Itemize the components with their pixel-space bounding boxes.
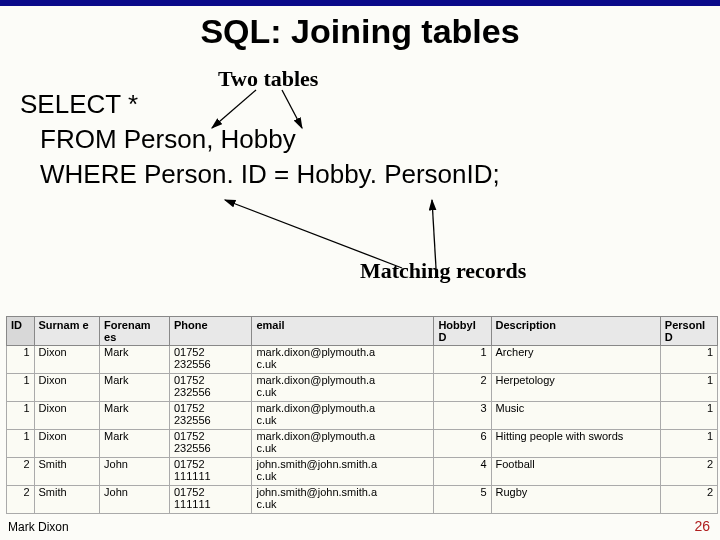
th-id: ID — [7, 317, 35, 346]
sql-line-1: SELECT * — [20, 87, 720, 122]
table-row: 1DixonMark01752232556mark.dixon@plymouth… — [7, 374, 718, 402]
cell-email: mark.dixon@plymouth.ac.uk — [252, 346, 434, 374]
cell-hobbyid: 4 — [434, 458, 491, 486]
result-table: ID Surnam e Forenam es Phone email Hobby… — [6, 316, 718, 514]
annotation-matching: Matching records — [360, 258, 526, 284]
th-forenames: Forenam es — [100, 317, 170, 346]
cell-phone: 01752232556 — [169, 402, 252, 430]
cell-personid: 1 — [660, 402, 717, 430]
th-surname: Surnam e — [34, 317, 100, 346]
th-phone: Phone — [169, 317, 252, 346]
cell-personid: 1 — [660, 374, 717, 402]
cell-forenames: Mark — [100, 430, 170, 458]
th-description: Description — [491, 317, 660, 346]
cell-phone: 01752111111 — [169, 486, 252, 514]
sql-line-2: FROM Person, Hobby — [40, 122, 720, 157]
cell-email: john.smith@john.smith.ac.uk — [252, 486, 434, 514]
cell-personid: 1 — [660, 430, 717, 458]
cell-forenames: John — [100, 458, 170, 486]
table-header-row: ID Surnam e Forenam es Phone email Hobby… — [7, 317, 718, 346]
cell-id: 1 — [7, 402, 35, 430]
cell-id: 1 — [7, 430, 35, 458]
cell-email: mark.dixon@plymouth.ac.uk — [252, 402, 434, 430]
cell-phone: 01752232556 — [169, 430, 252, 458]
cell-id: 2 — [7, 458, 35, 486]
cell-hobbyid: 3 — [434, 402, 491, 430]
cell-description: Football — [491, 458, 660, 486]
slide-title: SQL: Joining tables — [0, 6, 720, 53]
footer-author: Mark Dixon — [8, 520, 69, 534]
cell-forenames: John — [100, 486, 170, 514]
cell-personid: 1 — [660, 346, 717, 374]
cell-description: Music — [491, 402, 660, 430]
cell-personid: 2 — [660, 458, 717, 486]
cell-surname: Smith — [34, 486, 100, 514]
cell-hobbyid: 1 — [434, 346, 491, 374]
annotation-two-tables: Two tables — [218, 66, 318, 92]
cell-id: 1 — [7, 374, 35, 402]
cell-surname: Dixon — [34, 374, 100, 402]
cell-id: 2 — [7, 486, 35, 514]
cell-forenames: Mark — [100, 346, 170, 374]
footer-page-number: 26 — [694, 518, 710, 534]
cell-description: Archery — [491, 346, 660, 374]
cell-surname: Dixon — [34, 346, 100, 374]
cell-email: mark.dixon@plymouth.ac.uk — [252, 430, 434, 458]
table-row: 1DixonMark01752232556mark.dixon@plymouth… — [7, 402, 718, 430]
cell-email: mark.dixon@plymouth.ac.uk — [252, 374, 434, 402]
th-hobbyid: HobbyI D — [434, 317, 491, 346]
table-row: 2SmithJohn01752111111john.smith@john.smi… — [7, 458, 718, 486]
sql-line-3: WHERE Person. ID = Hobby. PersonID; — [40, 157, 720, 192]
cell-forenames: Mark — [100, 402, 170, 430]
cell-description: Rugby — [491, 486, 660, 514]
sql-block: SELECT * FROM Person, Hobby WHERE Person… — [20, 87, 720, 192]
cell-phone: 01752232556 — [169, 374, 252, 402]
cell-personid: 2 — [660, 486, 717, 514]
table-row: 1DixonMark01752232556mark.dixon@plymouth… — [7, 430, 718, 458]
cell-hobbyid: 5 — [434, 486, 491, 514]
cell-surname: Dixon — [34, 402, 100, 430]
cell-email: john.smith@john.smith.ac.uk — [252, 458, 434, 486]
cell-phone: 01752111111 — [169, 458, 252, 486]
cell-hobbyid: 6 — [434, 430, 491, 458]
cell-description: Herpetology — [491, 374, 660, 402]
th-personid: PersonI D — [660, 317, 717, 346]
cell-surname: Dixon — [34, 430, 100, 458]
cell-description: Hitting people with swords — [491, 430, 660, 458]
table-row: 2SmithJohn01752111111john.smith@john.smi… — [7, 486, 718, 514]
cell-hobbyid: 2 — [434, 374, 491, 402]
cell-forenames: Mark — [100, 374, 170, 402]
th-email: email — [252, 317, 434, 346]
result-table-wrap: ID Surnam e Forenam es Phone email Hobby… — [6, 316, 718, 514]
cell-surname: Smith — [34, 458, 100, 486]
cell-id: 1 — [7, 346, 35, 374]
cell-phone: 01752232556 — [169, 346, 252, 374]
table-row: 1DixonMark01752232556mark.dixon@plymouth… — [7, 346, 718, 374]
